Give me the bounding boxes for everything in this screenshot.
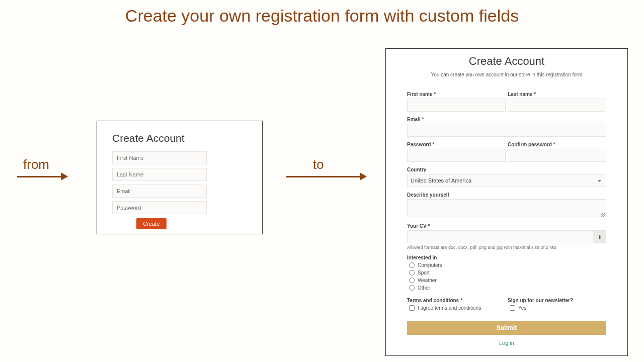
to-label: to	[313, 157, 324, 172]
first-name-label: First name *	[407, 92, 506, 97]
last-name-field[interactable]	[508, 99, 606, 112]
interest-radio-label: Other	[418, 285, 430, 291]
country-label: Country	[407, 167, 606, 172]
first-name-input[interactable]	[112, 151, 207, 164]
last-name-label: Last name *	[508, 92, 606, 97]
create-button[interactable]: Create	[136, 218, 167, 229]
login-link[interactable]: Log in	[407, 340, 606, 346]
last-name-input[interactable]	[112, 168, 207, 181]
terms-checkbox[interactable]: I agree terms and conditions	[409, 305, 506, 311]
terms-checkbox-label: I agree terms and conditions	[418, 305, 481, 311]
interest-radio-computers[interactable]: Computers	[409, 262, 606, 268]
simple-form-title: Create Account	[112, 132, 247, 144]
arrow-from-icon	[17, 176, 67, 177]
email-label: Email *	[407, 117, 606, 122]
cv-hint: Allowed formats are doc, docx, pdf, png …	[407, 245, 606, 250]
arrow-to-icon	[286, 176, 366, 177]
page-title: Create your own registration form with c…	[0, 6, 644, 26]
password-input[interactable]	[112, 201, 207, 214]
custom-form-title: Create Account	[407, 55, 606, 68]
newsletter-checkbox-label: Yes	[518, 305, 526, 311]
terms-label: Terms and conditions *	[407, 298, 506, 303]
confirm-password-field[interactable]	[508, 149, 606, 162]
describe-label: Describe yourself	[407, 192, 606, 198]
cv-label: Your CV *	[407, 223, 606, 229]
interest-radio-label: Computers	[418, 262, 442, 268]
from-label: from	[23, 157, 49, 172]
describe-textarea[interactable]	[407, 199, 606, 217]
simple-form-panel: Create Account Create	[97, 121, 263, 234]
password-label: Password *	[407, 142, 506, 147]
interest-radio-label: Weather	[418, 278, 437, 283]
submit-button[interactable]: Submit	[407, 321, 606, 335]
email-field[interactable]	[407, 124, 606, 137]
interest-radio-other[interactable]: Other	[409, 285, 606, 291]
interest-radio-weather[interactable]: Weather	[409, 278, 606, 283]
custom-form-panel: Create Account You can create you own ac…	[385, 48, 628, 356]
interested-label: Interested in	[407, 255, 606, 260]
upload-button[interactable]: ⬆	[593, 230, 606, 243]
cv-field[interactable]	[407, 230, 593, 243]
interest-radio-label: Sport	[418, 270, 430, 276]
password-field[interactable]	[407, 149, 506, 162]
custom-form-subtitle: You can create you own account in our st…	[407, 72, 606, 77]
interest-radio-sport[interactable]: Sport	[409, 270, 606, 276]
confirm-password-label: Confirm password *	[508, 142, 606, 147]
newsletter-checkbox[interactable]: Yes	[510, 305, 606, 311]
email-input[interactable]	[112, 185, 207, 198]
upload-icon: ⬆	[598, 234, 602, 240]
country-select[interactable]: United States of America	[407, 174, 606, 187]
newsletter-label: Sign up for our newsletter?	[508, 298, 606, 303]
first-name-field[interactable]	[407, 99, 506, 112]
